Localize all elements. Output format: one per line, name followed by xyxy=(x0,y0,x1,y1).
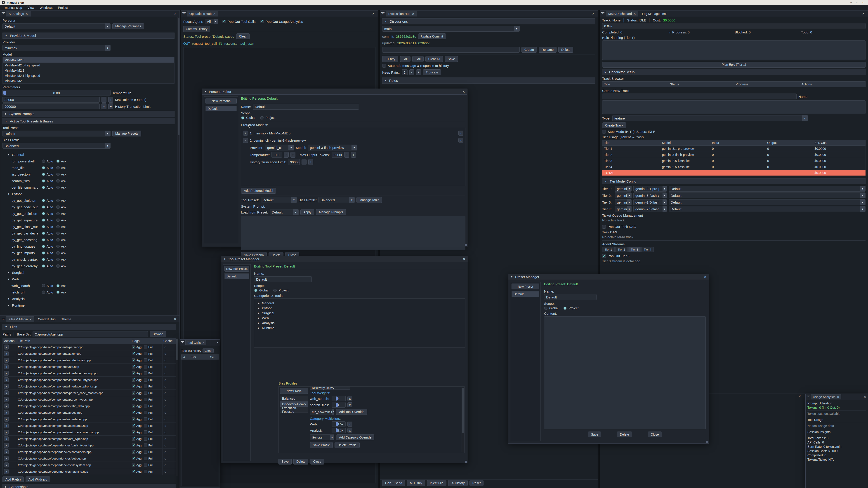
scrollbar[interactable] xyxy=(462,387,464,452)
remove-file-button[interactable]: x xyxy=(4,371,8,376)
tab-close-icon[interactable]: ✕ xyxy=(29,318,32,321)
ask-radio[interactable] xyxy=(56,166,60,169)
system-prompt-textarea[interactable] xyxy=(241,216,465,250)
auto-radio[interactable] xyxy=(42,238,45,241)
remove-file-button[interactable]: x xyxy=(4,443,8,448)
keep-pairs-input[interactable]: 2 xyxy=(402,69,408,75)
maximize-icon[interactable]: □ xyxy=(856,1,858,4)
persona-dropdown[interactable]: Default▼ xyxy=(2,23,111,29)
collapse-icon[interactable]: ▼ xyxy=(223,258,226,260)
agg-checkbox[interactable] xyxy=(132,450,135,454)
tool-preset-dropdown[interactable]: Default▼ xyxy=(2,131,111,136)
auto-radio[interactable] xyxy=(42,284,45,287)
close-icon[interactable]: ✕ xyxy=(862,1,864,4)
agg-checkbox[interactable] xyxy=(132,444,135,447)
global-radio[interactable] xyxy=(241,116,244,120)
agg-checkbox[interactable] xyxy=(132,345,135,349)
popout-dag-checkbox[interactable] xyxy=(602,225,606,229)
stream-tier-tab[interactable]: Tier 4 xyxy=(641,247,654,252)
global-radio[interactable] xyxy=(544,306,548,310)
tool-call-list[interactable] xyxy=(181,359,219,486)
ask-radio[interactable] xyxy=(56,284,60,287)
dock-icon[interactable]: ▼ xyxy=(181,341,184,344)
remove-file-button[interactable]: x xyxy=(4,358,8,363)
tab-close-icon[interactable]: ✕ xyxy=(633,12,636,15)
ask-radio[interactable] xyxy=(56,264,60,268)
history-limit-input[interactable]: 900000 xyxy=(288,159,300,165)
model-list-item[interactable]: MiniMax-M2.5-highspeed xyxy=(3,63,174,68)
auto-radio[interactable] xyxy=(42,245,45,248)
load-preset-dropdown[interactable]: Default▼ xyxy=(270,209,299,215)
discussion-name-input[interactable] xyxy=(382,47,520,53)
new-tool-preset-button[interactable]: New Tool Preset xyxy=(224,266,249,271)
system-prompts-header[interactable]: ▶System Prompts xyxy=(2,111,175,117)
menu-item[interactable]: manual slop xyxy=(2,5,25,10)
full-checkbox[interactable] xyxy=(144,404,147,408)
full-checkbox[interactable] xyxy=(144,352,147,355)
ask-radio[interactable] xyxy=(56,160,60,163)
ask-radio[interactable] xyxy=(56,238,60,241)
category-item[interactable]: ▶Runtime xyxy=(255,325,464,330)
tab-theme[interactable]: Theme xyxy=(59,317,74,322)
temperature-input[interactable]: -0.0 xyxy=(272,152,282,158)
close-icon[interactable]: ✕ xyxy=(462,90,465,94)
agg-checkbox[interactable] xyxy=(132,398,135,401)
model-list-item[interactable]: MiniMax-M2.1-highspeed xyxy=(3,73,174,78)
ask-radio[interactable] xyxy=(56,258,60,261)
agg-checkbox[interactable] xyxy=(132,430,135,434)
create-button[interactable]: Create xyxy=(522,47,537,53)
model-list-item[interactable]: MiniMax-M2.1 xyxy=(3,68,174,73)
auto-radio[interactable] xyxy=(42,291,45,294)
tab-files-media[interactable]: Files & Media✕ xyxy=(6,316,34,322)
conductor-setup-header[interactable]: ▶Conductor Setup xyxy=(602,69,866,75)
auto-radio[interactable] xyxy=(42,232,45,235)
web-search-weight-slider[interactable]: 4 xyxy=(332,396,346,401)
panel-close-icon[interactable]: ✕ xyxy=(370,12,376,15)
increment-button[interactable]: + xyxy=(308,159,313,165)
tab-log-management[interactable]: Log Management xyxy=(640,11,669,17)
project-radio[interactable] xyxy=(260,116,264,120)
update-commit-button[interactable]: Update Commit xyxy=(418,33,446,39)
tool-group-header[interactable]: ▼General xyxy=(2,153,24,157)
agg-checkbox[interactable] xyxy=(132,358,135,362)
remove-override-button[interactable]: x xyxy=(347,402,352,408)
ask-radio[interactable] xyxy=(56,291,60,294)
tier-model-config-header[interactable]: ▼Tier Model Config xyxy=(602,178,866,184)
compose-action-button[interactable]: Reset xyxy=(469,480,484,486)
full-checkbox[interactable] xyxy=(144,345,147,349)
tool-group-header[interactable]: ▼Web xyxy=(2,277,19,281)
remove-file-button[interactable]: x xyxy=(4,345,8,350)
preset-name-input[interactable]: Default xyxy=(544,294,596,300)
panel-close-icon[interactable]: ✕ xyxy=(172,12,178,15)
agg-checkbox[interactable] xyxy=(132,424,135,427)
menu-item[interactable]: Project xyxy=(55,5,70,10)
new-preset-button[interactable]: New Preset xyxy=(512,284,539,289)
close-icon[interactable]: ✕ xyxy=(463,257,465,261)
auto-radio[interactable] xyxy=(42,225,45,228)
full-checkbox[interactable] xyxy=(144,470,147,473)
tool-preset-list-item[interactable]: Default xyxy=(224,273,249,279)
auto-radio[interactable] xyxy=(42,199,45,202)
stream-tier-tab[interactable]: Tier 1 xyxy=(602,247,615,252)
collapse-icon[interactable]: ▼ xyxy=(510,275,513,278)
tab-operations-hub[interactable]: Operations Hub✕ xyxy=(187,11,218,17)
model-list-item[interactable]: MiniMax-M2 xyxy=(3,78,174,84)
popout-usage-checkbox[interactable] xyxy=(260,20,264,23)
model-dropdown[interactable]: gemini-3-flash-preview▼ xyxy=(308,144,357,151)
auto-radio[interactable] xyxy=(42,258,45,261)
ask-radio[interactable] xyxy=(56,173,60,176)
remove-file-button[interactable]: x xyxy=(4,449,8,454)
delete-profile-button[interactable]: Delete Profile xyxy=(335,442,360,448)
tier-provider-dropdown[interactable]: gemini▼ xyxy=(615,186,631,192)
full-checkbox[interactable] xyxy=(144,391,147,395)
dock-icon[interactable]: ▼ xyxy=(2,318,5,321)
step-mode-checkbox[interactable] xyxy=(602,130,606,133)
bias-profile-dropdown[interactable]: Balanced▼ xyxy=(2,143,111,149)
minimize-icon[interactable]: ─ xyxy=(850,1,852,4)
remove-file-button[interactable]: x xyxy=(4,384,8,389)
track-description-textarea[interactable] xyxy=(602,100,866,114)
remove-override-button[interactable]: x xyxy=(347,396,352,401)
roles-header[interactable]: ▶Roles xyxy=(382,77,595,84)
autoadd-checkbox[interactable] xyxy=(382,64,386,68)
new-persona-button[interactable]: New Persona xyxy=(206,98,237,104)
